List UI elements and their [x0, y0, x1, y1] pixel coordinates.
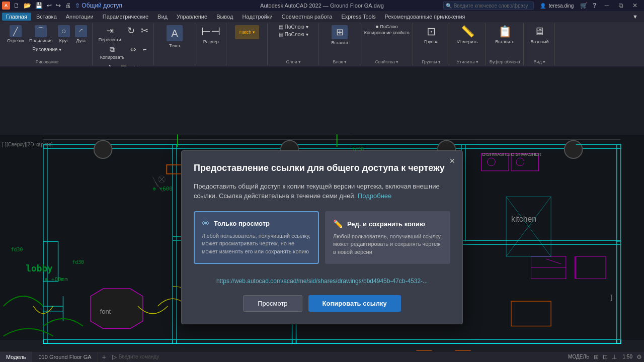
close-button[interactable]: ✕: [628, 0, 642, 11]
menu-output[interactable]: Вывод: [212, 13, 237, 21]
grid-icon[interactable]: ⊞: [594, 353, 599, 360]
ribbon-groups-label: Группы ▾: [422, 59, 441, 64]
learn-more-link[interactable]: Подробнее: [358, 192, 391, 200]
polyline-button[interactable]: ⌒ Полилиния: [27, 24, 55, 44]
eye-icon: 👁: [202, 219, 210, 228]
settings-icon[interactable]: ⚙: [636, 353, 642, 360]
scale-display: 1:50: [623, 354, 632, 359]
preview-button[interactable]: Просмотр: [243, 295, 302, 312]
add-layout-button[interactable]: +: [98, 353, 110, 361]
edit-option-header: ✏️ Ред. и сохранить копию: [333, 219, 442, 229]
model-tab[interactable]: Модель: [0, 351, 32, 363]
share-link[interactable]: https://web.autocad.com/acad/me/sid/shar…: [216, 278, 428, 285]
measure-button[interactable]: 📏 Измерить: [455, 24, 480, 45]
username[interactable]: teresa.ding: [549, 3, 574, 9]
array-button[interactable]: ▦: [118, 62, 129, 66]
menu-view[interactable]: Вид: [153, 13, 172, 21]
ribbon-insert-label: Блок ▾: [333, 59, 347, 64]
menu-parametric[interactable]: Параметрические: [99, 13, 152, 21]
redo-button[interactable]: ↪: [54, 1, 62, 10]
ortho-icon[interactable]: ⊥: [612, 353, 617, 360]
props-by-layer: ПоСлою: [380, 24, 397, 29]
snap-icon[interactable]: ⊡: [603, 353, 608, 360]
ribbon-group-dim: ⊢⊣ Размер: [196, 23, 226, 65]
menu-manage[interactable]: Управление: [173, 13, 211, 21]
line-button[interactable]: ╱ Отрезок: [5, 24, 26, 44]
copy-props-button[interactable]: Копирование свойств: [364, 30, 410, 35]
ribbon-group-paste: 📋 Вставить Буфер обмена: [487, 23, 524, 65]
menu-addins[interactable]: Надстройки: [238, 13, 276, 21]
scale-button[interactable]: ⤡: [106, 62, 116, 66]
edit-save-option[interactable]: ✏️ Ред. и сохранить копию Любой пользова…: [325, 211, 450, 264]
ribbon-group-insert: ⊞ Вставка Блок ▾: [320, 23, 360, 65]
cmd-prompt-text[interactable]: Введите команду: [119, 354, 159, 359]
copy-link-button[interactable]: Копировать ссылку: [308, 295, 401, 312]
ribbon-props-label: Свойства ▾: [375, 59, 398, 64]
paste-button[interactable]: 📋 Вставить: [493, 24, 516, 45]
minimize-button[interactable]: ─: [600, 0, 614, 11]
window-title: Autodesk AutoCAD 2022 — Ground Floor GA.…: [260, 3, 384, 9]
menu-home[interactable]: Главная: [2, 13, 31, 21]
open-button[interactable]: 📂: [22, 1, 33, 10]
arc-button[interactable]: ◜ Дуга: [73, 24, 89, 44]
rotate-button[interactable]: ↻: [125, 24, 137, 43]
search-placeholder: Введите ключевое слово/фразу: [454, 3, 528, 9]
cart-icon[interactable]: 🛒: [579, 1, 589, 10]
ribbon-group-edit: ⇥ Перенести ↻ ✂ ⧉ Копировать ⇔ ⌐: [94, 23, 154, 65]
menu-extra[interactable]: ▼: [628, 13, 642, 21]
cmd-prompt-icon: ▷: [112, 353, 117, 360]
view-button[interactable]: 🖥 Базовый: [528, 24, 550, 45]
view-option-header: 👁 Только просмотр: [202, 219, 311, 228]
undo-button[interactable]: ↩: [45, 1, 53, 10]
plot-button[interactable]: 🖨: [63, 1, 72, 10]
circle-button[interactable]: ○ Круг: [56, 24, 72, 44]
mirror-button[interactable]: ⇔: [128, 44, 138, 61]
insert-block-button[interactable]: ⊞ Вставка: [330, 24, 350, 46]
hatch-button[interactable]: Hatch ▾: [233, 24, 261, 40]
ribbon-group-groups: ⊡ Группа Группы ▾: [414, 23, 449, 65]
command-bar: ▷ Введите команду: [110, 353, 568, 360]
dim-button[interactable]: ⊢⊣ Размер: [199, 24, 222, 45]
window-controls: ─ ⧉ ✕: [600, 0, 642, 11]
status-right: МОДЕЛЬ ⊞ ⊡ ⊥ 1:50 ⚙: [568, 353, 644, 360]
quick-access-toolbar: 🗋 📂 💾 ↩ ↪ 🖨 ⇧ Общий доступ: [12, 1, 124, 10]
app-icon: A: [2, 2, 10, 10]
new-button[interactable]: 🗋: [12, 1, 21, 10]
ribbon-draw-row1: ╱ Отрезок ⌒ Полилиния ○ Круг ◜ Дуга: [5, 24, 89, 44]
view-only-option[interactable]: 👁 Только просмотр Любой пользователь, по…: [194, 211, 319, 264]
ribbon-group-view: 🖥 Базовый Вид ▾: [525, 23, 555, 65]
fillet-button[interactable]: ⌐: [140, 44, 148, 61]
edit-icon: ✏️: [333, 219, 343, 229]
share-button[interactable]: ⇧ Общий доступ: [73, 1, 124, 10]
stretch-button[interactable]: ⇿: [131, 62, 141, 66]
menu-insert[interactable]: Вставка: [32, 13, 61, 21]
menu-collaborate[interactable]: Совместная работа: [278, 13, 337, 21]
draw-more-btn[interactable]: Рисование ▾: [31, 46, 63, 53]
hatch-icon: Hatch ▾: [235, 25, 259, 39]
trim-button[interactable]: ✂: [139, 24, 150, 43]
layout-tab-groundfloor[interactable]: 010 Ground Floor GA: [32, 351, 98, 363]
menu-recommended[interactable]: Рекомендованные приложения: [381, 13, 469, 21]
title-bar-right: 🔍 Введите ключевое слово/фразу 👤 teresa.…: [443, 0, 642, 11]
menu-express[interactable]: Express Tools: [337, 13, 379, 21]
edit-option-desc: Любой пользователь, получивший ссылку, м…: [333, 233, 442, 256]
restore-button[interactable]: ⧉: [614, 0, 628, 11]
group-button[interactable]: ⊡ Группа: [422, 24, 441, 45]
view-option-desc: Любой пользователь, получивший ссылку, м…: [202, 232, 311, 255]
user-icon: 👤: [540, 3, 546, 9]
ribbon: ╱ Отрезок ⌒ Полилиния ○ Круг ◜ Дуга Рисо…: [0, 22, 644, 66]
help-icon[interactable]: ?: [591, 1, 598, 10]
copy-button[interactable]: ⧉ Копировать: [98, 44, 126, 61]
layer-icon: ▤: [279, 24, 283, 30]
menu-bar: Главная Вставка Аннотации Параметрически…: [0, 11, 644, 22]
move-button[interactable]: ⇥ Перенести: [97, 24, 123, 43]
menu-annotate[interactable]: Аннотации: [62, 13, 98, 21]
ribbon-paste-label: Буфер обмена: [490, 59, 520, 64]
text-button[interactable]: A: [165, 24, 185, 42]
dialog-close-button[interactable]: ✕: [447, 156, 457, 166]
text-icon: A: [167, 25, 183, 41]
search-bar[interactable]: 🔍 Введите ключевое слово/фразу: [443, 2, 534, 10]
ribbon-draw-label: Рисование: [36, 59, 58, 64]
ribbon-draw-row2: Рисование ▾: [31, 46, 63, 53]
save-button[interactable]: 💾: [34, 1, 44, 10]
